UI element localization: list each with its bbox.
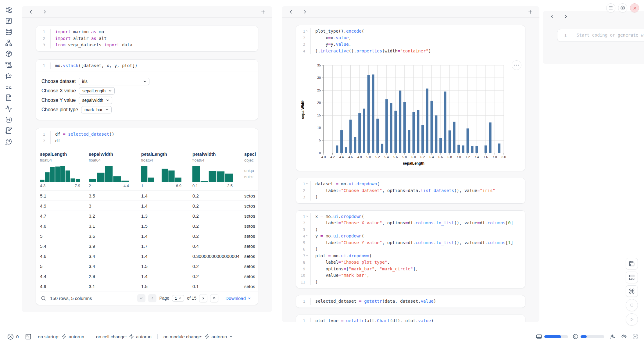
code-editor[interactable]: 1import marimo as mo2import altair as al… xyxy=(36,26,258,51)
copilot-status-button[interactable] xyxy=(620,333,628,340)
line-number: 1 xyxy=(303,318,305,322)
table-row[interactable]: 4.931.40.2setos xyxy=(40,201,258,211)
add-cell-button[interactable] xyxy=(527,9,534,15)
line-number: 1 xyxy=(43,131,45,138)
table-cell: setos xyxy=(244,203,258,208)
column-header[interactable]: petalWidthfloat640.12.5 xyxy=(192,151,244,188)
bot-icon xyxy=(621,333,627,340)
row-count-summary: 150 rows, 5 columns xyxy=(50,296,92,301)
line-number: 3 xyxy=(43,42,45,48)
column-back-button[interactable] xyxy=(549,13,555,20)
column-header[interactable]: sepalWidthfloat6424.4 xyxy=(89,151,141,188)
dataset-select[interactable]: iris xyxy=(79,78,149,85)
column-header[interactable]: petalLengthfloat6416.9 xyxy=(141,151,192,188)
svg-text:4.0: 4.0 xyxy=(321,155,326,159)
svg-text:25: 25 xyxy=(317,88,321,92)
cpu-usage xyxy=(572,333,604,340)
sidebar-item-ai-chat[interactable] xyxy=(5,72,12,79)
run-mode-startup[interactable]: on startup:autorun xyxy=(38,334,84,339)
run-mode-module-change[interactable]: on module change:autorun xyxy=(163,334,233,339)
sidebar-item-file-explorer[interactable] xyxy=(5,6,12,13)
table-row[interactable]: 53.61.40.2setos xyxy=(40,231,258,241)
sidebar-item-tracing[interactable] xyxy=(5,105,12,112)
terminal-button[interactable] xyxy=(24,333,32,340)
column-header[interactable]: speciobjecuniqunulls: xyxy=(244,151,258,188)
add-cell-button[interactable] xyxy=(260,9,267,15)
x-value-select[interactable]: sepalLength xyxy=(79,87,115,94)
sidebar-item-outline-search[interactable] xyxy=(5,83,12,90)
column-header[interactable]: sepalLengthfloat644.37.9 xyxy=(40,151,89,188)
page-select[interactable]: 1 xyxy=(172,295,184,301)
table-row[interactable]: 5.13.51.40.2setos xyxy=(40,191,258,201)
code-editor[interactable]: 1plot_type = getattr(alt.Chart(df), plot… xyxy=(296,315,525,322)
column-back-button[interactable] xyxy=(288,9,294,15)
line-gutter: 1 xyxy=(296,28,311,35)
layout-toggle-button[interactable] xyxy=(626,272,638,283)
settings-button[interactable] xyxy=(618,3,627,12)
last-page-button[interactable] xyxy=(210,294,218,302)
run-mode-cell-change[interactable]: on cell change:autorun xyxy=(96,334,152,339)
line-number: 3 xyxy=(303,226,305,233)
errors-indicator[interactable]: 0 xyxy=(7,333,19,340)
column-forward-button[interactable] xyxy=(302,9,308,15)
code-editor[interactable]: 1Start coding or generate with AI. xyxy=(557,29,644,41)
sidebar-item-data-sources[interactable] xyxy=(5,28,12,35)
next-page-button[interactable] xyxy=(199,294,207,302)
table-row[interactable]: 4.63.41.40.30000000000000004setos xyxy=(40,251,258,261)
stop-kernel-button[interactable] xyxy=(626,299,638,311)
y-value-select[interactable]: sepalWidth xyxy=(79,97,112,104)
layout-icon xyxy=(629,274,635,280)
table-cell: 3.1 xyxy=(89,284,141,289)
dataframe-table: sepalLengthfloat644.37.9sepalWidthfloat6… xyxy=(36,147,258,305)
empty-code-cell: 1Start coding or generate with AI. xyxy=(557,29,644,42)
sidebar-item-variables[interactable] xyxy=(5,17,12,24)
save-notebook-button[interactable] xyxy=(626,258,638,269)
sidebar-item-snippets[interactable] xyxy=(5,116,12,123)
column-name: petalLength xyxy=(141,151,192,157)
sidebar-item-help[interactable] xyxy=(5,138,12,145)
table-cell: setos xyxy=(244,223,258,229)
table-row[interactable]: 4.42.91.40.2setos xyxy=(40,271,258,281)
notebook-column-right: 1Start coding or generate with AI. xyxy=(543,11,644,64)
zap-icon xyxy=(62,334,66,339)
column-back-button[interactable] xyxy=(27,9,34,15)
sidebar-item-logs[interactable] xyxy=(5,61,12,68)
sparkles-icon xyxy=(609,333,615,340)
shutdown-button[interactable] xyxy=(630,3,639,12)
svg-text:7.0: 7.0 xyxy=(456,155,461,159)
sidebar-item-scratchpad[interactable] xyxy=(5,127,12,134)
notebook-menu-button[interactable] xyxy=(606,3,615,12)
table-row[interactable]: 53.41.50.2setos xyxy=(40,261,258,271)
table-cell: 0.2 xyxy=(192,193,244,198)
table-row[interactable]: 5.43.91.70.4setos xyxy=(40,241,258,251)
download-button[interactable]: Download xyxy=(224,295,253,301)
ai-assist-button[interactable] xyxy=(609,333,616,340)
code-editor[interactable]: 1mo.vstack([dataset, x, y, plot]) xyxy=(36,60,258,72)
column-forward-button[interactable] xyxy=(563,13,569,20)
code-editor[interactable]: 1dataset = mo.ui.dropdown(2 label="Choos… xyxy=(296,178,525,203)
code-editor[interactable]: 1x = mo.ui.dropdown(2 label="Choose X va… xyxy=(296,211,525,288)
code-editor[interactable]: 1plot_type().encode(2 x=x.value,3 y=y.va… xyxy=(296,25,525,57)
keyboard-shortcuts-button[interactable] xyxy=(626,285,638,297)
line-number: 1 xyxy=(303,298,305,305)
first-page-button[interactable] xyxy=(137,294,145,302)
plot-type-select[interactable]: mark_bar xyxy=(81,106,112,113)
table-cell: 3.4 xyxy=(89,254,141,259)
prev-page-button[interactable] xyxy=(148,294,156,302)
table-row[interactable]: 4.73.21.30.2setos xyxy=(40,211,258,221)
connection-status-button[interactable] xyxy=(632,333,639,340)
sidebar-item-documentation[interactable] xyxy=(5,94,12,101)
sidebar-item-packages[interactable] xyxy=(5,50,12,57)
table-row[interactable]: 4.93.11.50.1setos xyxy=(40,281,258,291)
chart-actions-button[interactable] xyxy=(512,60,521,70)
table-search-button[interactable] xyxy=(41,296,46,301)
code-editor[interactable]: 1df = selected_dataset()2df xyxy=(36,128,258,147)
sidebar-item-dependency-graph[interactable] xyxy=(5,39,12,46)
table-cell: setos xyxy=(244,233,258,239)
code-line: 8 label="Choose plot type", xyxy=(296,259,525,266)
table-row[interactable]: 4.63.11.50.2setos xyxy=(40,221,258,231)
chevrons-right-icon xyxy=(212,296,216,301)
code-editor[interactable]: 1selected_dataset = getattr(data, datase… xyxy=(296,295,525,308)
column-forward-button[interactable] xyxy=(41,9,48,15)
run-all-button[interactable] xyxy=(626,313,638,326)
